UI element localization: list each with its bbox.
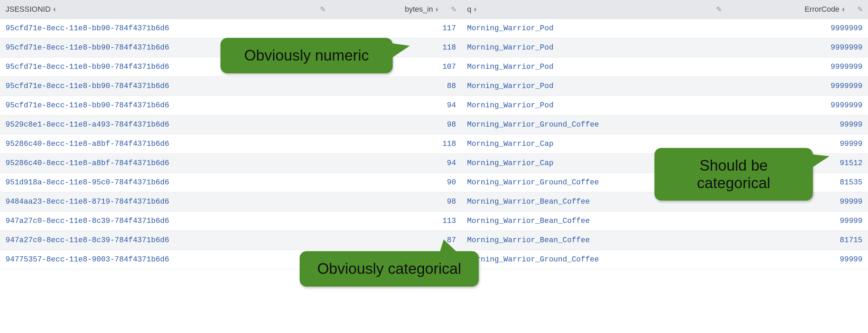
- cell-jsessionid[interactable]: 95286c40-8ecc-11e8-a8bf-784f4371b6d6: [0, 135, 331, 154]
- pencil-icon[interactable]: ✎: [320, 5, 326, 13]
- cell-q[interactable]: Morning_Warrior_Pod: [462, 38, 727, 57]
- cell-bytes-in[interactable]: 94: [331, 154, 462, 173]
- column-header-q[interactable]: q ▲▼ ✎: [462, 0, 727, 19]
- column-label: bytes_in: [405, 5, 433, 14]
- table-row[interactable]: 9529c8e1-8ecc-11e8-a493-784f4371b6d698Mo…: [0, 115, 868, 135]
- cell-jsessionid[interactable]: 9484aa23-8ecc-11e8-8719-784f4371b6d6: [0, 192, 331, 212]
- cell-q[interactable]: Morning_Warrior_Pod: [462, 96, 727, 115]
- callout-text: Obviously numeric: [244, 47, 369, 64]
- cell-errorcode[interactable]: 9999999: [727, 38, 868, 57]
- data-table: JSESSIONID ▲▼ ✎ bytes_in ▲▼ ✎ q ▲▼ ✎: [0, 0, 868, 269]
- cell-bytes-in[interactable]: 98: [331, 192, 462, 212]
- cell-jsessionid[interactable]: 95cfd71e-8ecc-11e8-bb90-784f4371b6d6: [0, 77, 331, 96]
- cell-bytes-in[interactable]: 94: [331, 96, 462, 115]
- callout-tail: [809, 154, 829, 169]
- cell-q[interactable]: Morning_Warrior_Bean_Coffee: [462, 231, 727, 250]
- cell-jsessionid[interactable]: 951d918a-8ecc-11e8-95c0-784f4371b6d6: [0, 173, 331, 192]
- cell-errorcode[interactable]: 99999: [727, 212, 868, 231]
- cell-jsessionid[interactable]: 947a27c0-8ecc-11e8-8c39-784f4371b6d6: [0, 231, 331, 250]
- pencil-icon[interactable]: ✎: [716, 5, 722, 13]
- cell-errorcode[interactable]: 81715: [727, 231, 868, 250]
- column-header-errorcode[interactable]: ErrorCode ▲▼ ✎: [727, 0, 868, 19]
- table-row[interactable]: 95cfd71e-8ecc-11e8-bb90-784f4371b6d694Mo…: [0, 96, 868, 115]
- sort-icon[interactable]: ▲▼: [435, 7, 439, 11]
- sort-icon[interactable]: ▲▼: [473, 7, 477, 11]
- callout-tail: [389, 43, 410, 60]
- table-row[interactable]: 95cfd71e-8ecc-11e8-bb90-784f4371b6d6107M…: [0, 57, 868, 77]
- sort-icon[interactable]: ▲▼: [841, 7, 845, 11]
- cell-errorcode[interactable]: 9999999: [727, 57, 868, 77]
- cell-bytes-in[interactable]: 90: [331, 173, 462, 192]
- pencil-icon[interactable]: ✎: [451, 5, 457, 13]
- column-label: JSESSIONID: [6, 5, 51, 14]
- callout-should-be-categorical: Should be categorical: [654, 148, 813, 201]
- cell-jsessionid[interactable]: 947a27c0-8ecc-11e8-8c39-784f4371b6d6: [0, 212, 331, 231]
- table-header-row: JSESSIONID ▲▼ ✎ bytes_in ▲▼ ✎ q ▲▼ ✎: [0, 0, 868, 19]
- cell-q[interactable]: Morning_Warrior_Ground_Coffee: [462, 115, 727, 135]
- column-label: q: [467, 5, 471, 14]
- cell-q[interactable]: Morning_Warrior_Pod: [462, 77, 727, 96]
- cell-errorcode[interactable]: 9999999: [727, 77, 868, 96]
- table-row[interactable]: 947a27c0-8ecc-11e8-8c39-784f4371b6d6113M…: [0, 212, 868, 231]
- callout-tail: [440, 239, 458, 253]
- column-header-jsessionid[interactable]: JSESSIONID ▲▼ ✎: [0, 0, 331, 19]
- cell-errorcode[interactable]: 9999999: [727, 19, 868, 38]
- cell-q[interactable]: Morning_Warrior_Bean_Coffee: [462, 212, 727, 231]
- cell-jsessionid[interactable]: 9529c8e1-8ecc-11e8-a493-784f4371b6d6: [0, 115, 331, 135]
- callout-text: Obviously categorical: [317, 260, 461, 277]
- cell-bytes-in[interactable]: 117: [331, 19, 462, 38]
- table-row[interactable]: 947a27c0-8ecc-11e8-8c39-784f4371b6d687Mo…: [0, 231, 868, 250]
- table-row[interactable]: 95cfd71e-8ecc-11e8-bb90-784f4371b6d6118M…: [0, 38, 868, 57]
- cell-errorcode[interactable]: 9999999: [727, 96, 868, 115]
- cell-jsessionid[interactable]: 95cfd71e-8ecc-11e8-bb90-784f4371b6d6: [0, 19, 331, 38]
- cell-bytes-in[interactable]: 118: [331, 135, 462, 154]
- cell-errorcode[interactable]: 99999: [727, 115, 868, 135]
- table-body: 95cfd71e-8ecc-11e8-bb90-784f4371b6d6117M…: [0, 19, 868, 269]
- callout-obviously-categorical: Obviously categorical: [300, 251, 479, 287]
- cell-jsessionid[interactable]: 95286c40-8ecc-11e8-a8bf-784f4371b6d6: [0, 154, 331, 173]
- cell-bytes-in[interactable]: 88: [331, 77, 462, 96]
- cell-bytes-in[interactable]: 113: [331, 212, 462, 231]
- column-header-bytes-in[interactable]: bytes_in ▲▼ ✎: [331, 0, 462, 19]
- cell-jsessionid[interactable]: 94775357-8ecc-11e8-9003-784f4371b6d6: [0, 250, 331, 269]
- cell-errorcode[interactable]: 99999: [727, 250, 868, 269]
- callout-obviously-numeric: Obviously numeric: [220, 38, 393, 73]
- cell-q[interactable]: Morning_Warrior_Ground_Coffee: [462, 250, 727, 269]
- cell-q[interactable]: Morning_Warrior_Pod: [462, 19, 727, 38]
- column-label: ErrorCode: [805, 5, 839, 14]
- sort-icon[interactable]: ▲▼: [53, 7, 56, 11]
- table-row[interactable]: 95cfd71e-8ecc-11e8-bb90-784f4371b6d6117M…: [0, 19, 868, 38]
- cell-jsessionid[interactable]: 95cfd71e-8ecc-11e8-bb90-784f4371b6d6: [0, 96, 331, 115]
- pencil-icon[interactable]: ✎: [857, 5, 863, 13]
- table-row[interactable]: 95cfd71e-8ecc-11e8-bb90-784f4371b6d688Mo…: [0, 77, 868, 96]
- cell-bytes-in[interactable]: 98: [331, 115, 462, 135]
- callout-text: Should be categorical: [697, 157, 771, 191]
- cell-q[interactable]: Morning_Warrior_Pod: [462, 57, 727, 77]
